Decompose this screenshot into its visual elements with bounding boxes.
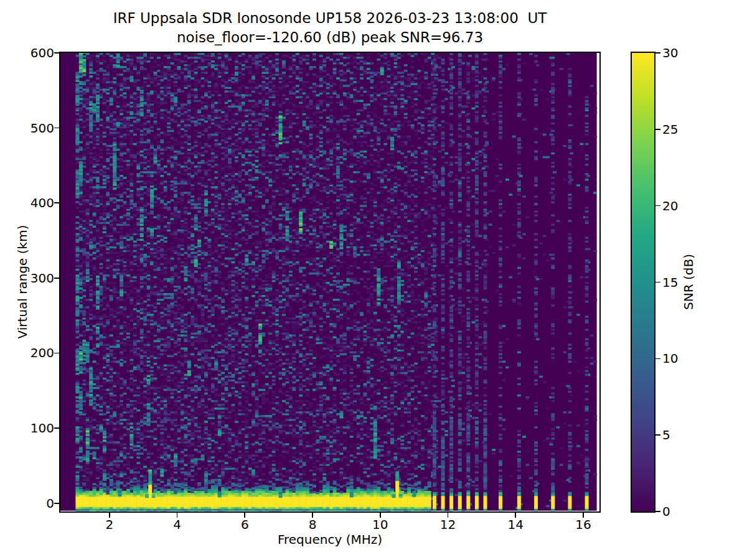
x-tick-label: 4 <box>159 517 196 532</box>
y-tick <box>54 427 59 429</box>
y-tick <box>54 503 59 504</box>
colorbar-gradient <box>632 53 654 511</box>
y-tick-label: 200 <box>17 345 54 360</box>
y-tick-label: 400 <box>17 195 54 210</box>
colorbar-tick-label: 0 <box>662 504 700 519</box>
colorbar-tick <box>655 205 660 207</box>
x-tick-label: 14 <box>497 517 534 532</box>
y-tick <box>54 353 59 354</box>
colorbar-tick-label: 15 <box>662 275 700 290</box>
x-axis-label: Frequency (MHz) <box>205 532 454 547</box>
y-tick-label: 300 <box>17 271 54 286</box>
colorbar-tick <box>655 129 660 130</box>
ionogram-figure: IRF Uppsala SDR Ionosonde UP158 2026-03-… <box>0 0 747 560</box>
y-tick <box>54 202 59 203</box>
x-tick-label: 10 <box>362 517 399 532</box>
y-tick-label: 100 <box>17 421 54 436</box>
x-tick-label: 8 <box>294 517 331 532</box>
ionogram-heatmap <box>60 53 599 511</box>
colorbar-tick <box>655 434 660 436</box>
colorbar-tick-label: 5 <box>662 427 700 442</box>
x-tick-label: 12 <box>429 517 466 532</box>
chart-title-line2: noise_floor=-120.60 (dB) peak SNR=96.73 <box>60 28 599 47</box>
colorbar-tick-label: 30 <box>662 45 700 60</box>
colorbar-tick <box>655 52 660 54</box>
y-tick-label: 0 <box>17 496 54 511</box>
colorbar-tick-label: 25 <box>662 122 700 137</box>
x-tick-label: 16 <box>565 517 602 532</box>
y-tick-label: 500 <box>17 121 54 136</box>
colorbar-tick <box>655 282 660 283</box>
colorbar <box>631 52 655 513</box>
y-tick <box>54 52 59 54</box>
chart-title: IRF Uppsala SDR Ionosonde UP158 2026-03-… <box>60 9 599 47</box>
x-tick-label: 2 <box>91 517 128 532</box>
colorbar-tick-label: 10 <box>662 351 700 366</box>
y-tick-label: 600 <box>17 45 54 60</box>
chart-title-line1: IRF Uppsala SDR Ionosonde UP158 2026-03-… <box>60 9 599 28</box>
colorbar-tick-label: 20 <box>662 198 700 213</box>
y-tick <box>54 278 59 279</box>
colorbar-tick <box>655 358 660 360</box>
colorbar-tick <box>655 511 660 512</box>
y-tick <box>54 128 59 129</box>
x-tick-label: 6 <box>226 517 263 532</box>
